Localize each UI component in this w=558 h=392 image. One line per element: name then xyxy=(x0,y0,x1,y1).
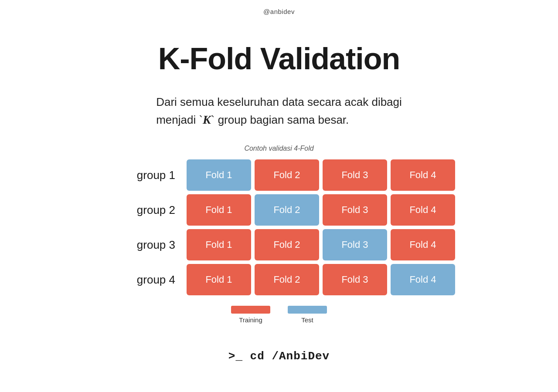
legend-training: Training xyxy=(231,306,270,324)
fold-cell-g2-f2: Fold 2 xyxy=(255,194,319,226)
k-symbol: K xyxy=(203,113,211,126)
grid-row-2: group 2Fold 1Fold 2Fold 3Fold 4 xyxy=(126,194,432,226)
subtitle: Contoh validasi 4-Fold xyxy=(244,145,313,152)
group-label-1: group 1 xyxy=(126,169,183,182)
fold-cell-g3-f4: Fold 4 xyxy=(391,229,455,260)
page-title: K-Fold Validation xyxy=(158,41,400,76)
fold-cell-g2-f1: Fold 1 xyxy=(187,194,251,226)
fold-cell-g4-f1: Fold 1 xyxy=(187,264,251,295)
kfold-grid: group 1Fold 1Fold 2Fold 3Fold 4group 2Fo… xyxy=(126,159,432,295)
fold-cell-g3-f2: Fold 2 xyxy=(255,229,319,260)
group-label-2: group 2 xyxy=(126,203,183,217)
legend-test: Test xyxy=(288,306,327,324)
footer-command: >_ cd /AnbiDev xyxy=(228,350,330,363)
group-label-3: group 3 xyxy=(126,238,183,252)
description-line2a: menjadi ` xyxy=(156,113,203,126)
fold-cell-g1-f1: Fold 1 xyxy=(187,159,251,191)
test-label: Test xyxy=(301,316,313,324)
grid-row-3: group 3Fold 1Fold 2Fold 3Fold 4 xyxy=(126,229,432,260)
fold-cell-g3-f3: Fold 3 xyxy=(323,229,387,260)
handle: @anbidev xyxy=(263,8,295,15)
fold-cell-g3-f1: Fold 1 xyxy=(187,229,251,260)
description-line2b: ` group bagian sama besar. xyxy=(211,113,349,126)
fold-cell-g2-f3: Fold 3 xyxy=(323,194,387,226)
fold-cells-4: Fold 1Fold 2Fold 3Fold 4 xyxy=(187,264,455,295)
grid-row-1: group 1Fold 1Fold 2Fold 3Fold 4 xyxy=(126,159,432,191)
fold-cell-g1-f4: Fold 4 xyxy=(391,159,455,191)
fold-cell-g1-f3: Fold 3 xyxy=(323,159,387,191)
description: Dari semua keseluruhan data secara acak … xyxy=(156,94,402,129)
fold-cells-2: Fold 1Fold 2Fold 3Fold 4 xyxy=(187,194,455,226)
fold-cells-1: Fold 1Fold 2Fold 3Fold 4 xyxy=(187,159,455,191)
fold-cell-g4-f4: Fold 4 xyxy=(391,264,455,295)
fold-cell-g1-f2: Fold 2 xyxy=(255,159,319,191)
test-swatch xyxy=(288,306,327,314)
legend: Training Test xyxy=(231,306,327,324)
training-label: Training xyxy=(239,316,262,324)
fold-cell-g4-f3: Fold 3 xyxy=(323,264,387,295)
fold-cell-g4-f2: Fold 2 xyxy=(255,264,319,295)
description-line1: Dari semua keseluruhan data secara acak … xyxy=(156,95,402,108)
grid-row-4: group 4Fold 1Fold 2Fold 3Fold 4 xyxy=(126,264,432,295)
fold-cell-g2-f4: Fold 4 xyxy=(391,194,455,226)
fold-cells-3: Fold 1Fold 2Fold 3Fold 4 xyxy=(187,229,455,260)
training-swatch xyxy=(231,306,270,314)
group-label-4: group 4 xyxy=(126,273,183,287)
